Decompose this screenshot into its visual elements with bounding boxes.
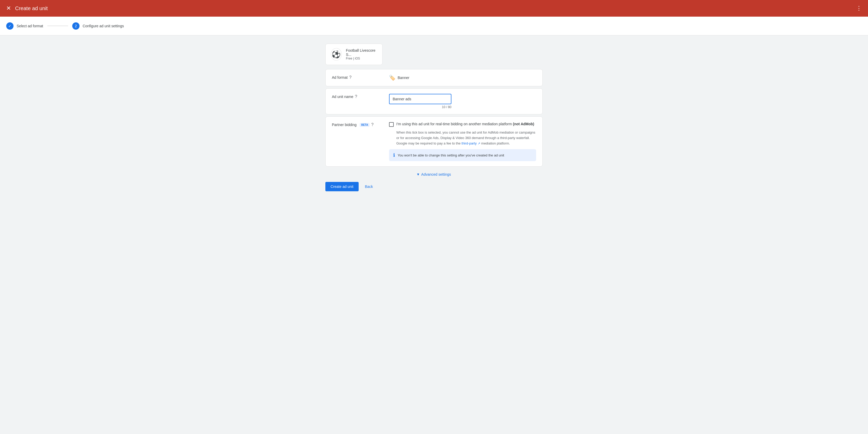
app-card: ⚽ Football Livescore S... Free | iOS (326, 44, 382, 65)
ad-format-text: Banner (398, 75, 409, 80)
info-text: You won't be able to change this setting… (398, 153, 504, 157)
app-meta: Free | iOS (346, 57, 377, 60)
partner-bidding-content: I'm using this ad unit for real-time bid… (389, 122, 536, 161)
step-1-circle: ✓ (6, 22, 13, 30)
stepper: ✓ Select ad format 2 Configure ad unit s… (0, 17, 868, 35)
not-admob-text: (not AdMob) (513, 122, 534, 126)
ad-unit-name-help-icon[interactable]: ? (355, 94, 357, 99)
chevron-down-icon: ▾ (417, 172, 419, 177)
partner-bidding-section: Partner bidding BETA ? I'm using this ad… (326, 117, 542, 166)
info-icon: ℹ (393, 152, 395, 158)
header-left: ✕ Create ad unit (6, 5, 48, 12)
partner-bidding-checkbox-row: I'm using this ad unit for real-time bid… (389, 122, 536, 127)
page-title: Create ad unit (15, 5, 48, 11)
ad-unit-name-content: 10 / 80 (389, 94, 536, 109)
ad-unit-name-input[interactable] (389, 94, 452, 104)
header: ✕ Create ad unit ⋮ (0, 0, 868, 17)
ad-format-section: Ad format ? 🏷️ Banner (326, 69, 542, 86)
more-options-icon[interactable]: ⋮ (856, 5, 862, 12)
ad-format-help-icon[interactable]: ? (349, 75, 352, 80)
ad-unit-name-label: Ad unit name ? (332, 94, 389, 99)
partner-bidding-checkbox[interactable] (389, 122, 394, 127)
step-1-label: Select ad format (17, 24, 43, 28)
partner-bidding-checkbox-label: I'm using this ad unit for real-time bid… (396, 122, 534, 126)
step-1: ✓ Select ad format (6, 22, 43, 30)
third-party-link[interactable]: third-party ↗ (462, 142, 481, 145)
partner-bidding-label: Partner bidding BETA ? (332, 122, 389, 127)
step-connector (47, 26, 68, 26)
close-icon[interactable]: ✕ (6, 5, 11, 12)
partner-bidding-help-icon[interactable]: ? (371, 122, 373, 127)
banner-format-icon: 🏷️ (389, 74, 396, 81)
create-ad-unit-button[interactable]: Create ad unit (326, 182, 359, 191)
partner-bidding-description: When this tick box is selected, you cann… (396, 130, 536, 146)
app-name: Football Livescore S... (346, 48, 377, 57)
ad-format-content: 🏷️ Banner (389, 74, 536, 81)
step-2: 2 Configure ad unit settings (72, 22, 124, 30)
external-link-icon: ↗ (478, 142, 480, 145)
actions: Create ad unit Back (326, 182, 542, 191)
advanced-settings-toggle[interactable]: ▾ Advanced settings (326, 172, 542, 177)
advanced-settings-label: Advanced settings (421, 172, 451, 177)
app-icon: ⚽ (331, 48, 342, 61)
app-icon-emoji: ⚽ (332, 50, 341, 59)
ad-format-label: Ad format ? (332, 74, 389, 80)
main-content: ⚽ Football Livescore S... Free | iOS Ad … (317, 35, 551, 199)
ad-format-value: 🏷️ Banner (389, 74, 536, 81)
step-2-label: Configure ad unit settings (83, 24, 124, 28)
beta-badge: BETA (360, 123, 370, 127)
app-info: Football Livescore S... Free | iOS (346, 48, 377, 60)
back-button[interactable]: Back (363, 182, 375, 191)
info-banner: ℹ You won't be able to change this setti… (389, 149, 536, 161)
ad-unit-name-section: Ad unit name ? 10 / 80 (326, 88, 542, 114)
step-2-number: 2 (75, 24, 77, 28)
step-1-check-icon: ✓ (8, 24, 11, 28)
step-2-circle: 2 (72, 22, 80, 30)
char-count: 10 / 80 (389, 105, 452, 109)
